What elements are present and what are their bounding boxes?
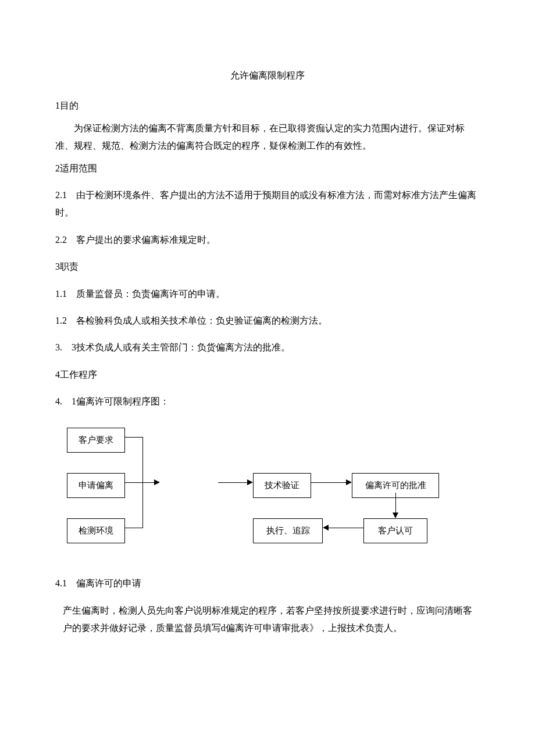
arrow-down-icon bbox=[393, 513, 398, 518]
flow-box-detection-env: 检测环境 bbox=[67, 518, 125, 543]
item-1-1: 1.1 质量监督员：负责偏离许可的申请。 bbox=[55, 285, 480, 303]
doc-title: 允许偏离限制程序 bbox=[55, 67, 480, 84]
item-4-1b: 4.1 偏离许可的申请 bbox=[55, 575, 480, 592]
arrow-right-icon bbox=[154, 479, 160, 485]
flow-line bbox=[218, 482, 247, 483]
para-4-1b: 产生偏离时，检测人员先向客户说明标准规定的程序，若客户坚持按所提要求进行时，应询… bbox=[55, 602, 480, 637]
flow-line bbox=[125, 528, 142, 528]
flow-line bbox=[311, 482, 346, 483]
section1-paragraph: 为保证检测方法的偏离不背离质量方针和目标，在已取得资痂认定的实力范围内进行。保证… bbox=[55, 120, 480, 155]
arrow-left-icon bbox=[323, 525, 329, 531]
section2-heading: 2适用范围 bbox=[55, 160, 480, 177]
section4-heading: 4工作程序 bbox=[55, 366, 480, 384]
flow-line bbox=[395, 493, 396, 513]
item-3-3: 3. 3技术负成人或有关主管部门：负货偏离方法的批准。 bbox=[55, 339, 480, 356]
flowchart: 客户要求 检测方法 检测环境 申请偏离 技术验证 偏离许可的批准 执行、追踪 客… bbox=[67, 428, 486, 564]
item-2-1: 2.1 由于检测环境条件、客户提出的方法不适用于预期目的或没有标准方法，而需对标… bbox=[55, 187, 480, 222]
section3-heading: 3职责 bbox=[55, 258, 480, 275]
item-4-1a: 4. 1偏离许可限制程序图： bbox=[55, 393, 480, 410]
item-1-2: 1.2 各检验科负成人或相关技术单位：负史验证偏离的检测方法。 bbox=[55, 312, 480, 329]
flow-box-customer-request: 客户要求 bbox=[67, 428, 125, 453]
flow-box-execute-track: 执行、追踪 bbox=[253, 518, 323, 543]
flow-box-tech-verify: 技术验证 bbox=[253, 473, 311, 498]
section1-heading: 1目的 bbox=[55, 97, 480, 114]
flow-line bbox=[329, 528, 363, 528]
flow-line bbox=[125, 437, 142, 438]
arrow-right-icon bbox=[346, 479, 352, 485]
flow-box-customer-confirm: 客户认可 bbox=[363, 518, 427, 543]
flow-box-apply-deviation: 申请偏离 bbox=[67, 473, 125, 498]
item-2-2: 2.2 客户提出的要求偏离标准规定时。 bbox=[55, 231, 480, 249]
arrow-right-icon bbox=[247, 479, 253, 485]
flow-line bbox=[125, 482, 142, 483]
flow-line bbox=[142, 482, 154, 483]
